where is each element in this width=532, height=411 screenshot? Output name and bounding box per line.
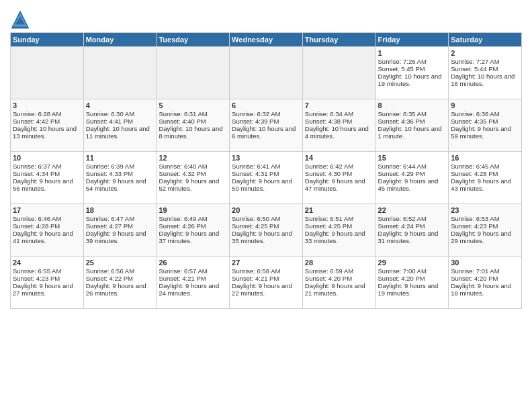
day-info: Sunrise: 6:49 AM: [159, 215, 227, 222]
day-info: Sunrise: 6:41 AM: [232, 163, 300, 170]
day-number: 5: [159, 101, 227, 109]
day-info: Daylight: 10 hours and 16 minutes.: [451, 73, 519, 87]
day-info: Daylight: 9 hours and 59 minutes.: [451, 125, 519, 140]
calendar-cell: 6Sunrise: 6:32 AMSunset: 4:39 PMDaylight…: [230, 99, 303, 152]
day-number: 9: [451, 101, 519, 109]
day-number: 25: [86, 259, 154, 267]
day-info: Daylight: 9 hours and 39 minutes.: [86, 230, 154, 244]
calendar-cell: 2Sunrise: 7:27 AMSunset: 5:44 PMDaylight…: [449, 47, 522, 99]
day-info: Sunrise: 6:36 AM: [451, 110, 519, 118]
day-info: Daylight: 10 hours and 6 minutes.: [232, 125, 300, 140]
day-info: Sunrise: 6:56 AM: [86, 267, 154, 275]
logo: [10, 9, 33, 30]
column-header-friday: Friday: [375, 33, 449, 47]
day-info: Sunset: 4:20 PM: [378, 275, 447, 282]
day-info: Daylight: 9 hours and 19 minutes.: [378, 282, 447, 297]
day-info: Sunrise: 6:31 AM: [159, 110, 227, 118]
calendar-cell: 3Sunrise: 6:28 AMSunset: 4:42 PMDaylight…: [11, 99, 84, 152]
day-info: Sunrise: 6:57 AM: [159, 267, 227, 275]
day-info: Sunrise: 7:01 AM: [451, 267, 519, 275]
calendar-cell: [83, 47, 157, 99]
day-info: Sunrise: 6:28 AM: [13, 110, 81, 118]
day-info: Sunset: 4:23 PM: [13, 275, 81, 282]
day-info: Sunset: 4:21 PM: [159, 275, 227, 282]
day-info: Sunset: 4:28 PM: [451, 170, 519, 177]
day-info: Sunset: 4:39 PM: [232, 118, 300, 125]
day-info: Daylight: 9 hours and 31 minutes.: [378, 230, 447, 244]
day-info: Sunrise: 6:34 AM: [305, 110, 373, 118]
day-info: Daylight: 10 hours and 13 minutes.: [13, 125, 81, 140]
calendar-cell: [230, 47, 303, 99]
day-info: Sunrise: 7:26 AM: [378, 58, 447, 65]
calendar-cell: [157, 47, 230, 99]
calendar-header: SundayMondayTuesdayWednesdayThursdayFrid…: [11, 33, 522, 47]
calendar-cell: 27Sunrise: 6:58 AMSunset: 4:21 PMDayligh…: [230, 257, 303, 309]
day-number: 15: [378, 154, 447, 162]
day-info: Sunset: 4:36 PM: [378, 118, 447, 125]
day-info: Sunset: 4:22 PM: [86, 275, 154, 282]
calendar-cell: [11, 47, 84, 99]
day-number: 18: [86, 206, 154, 214]
day-info: Daylight: 9 hours and 43 minutes.: [451, 177, 519, 192]
day-info: Sunrise: 6:44 AM: [378, 163, 447, 170]
day-info: Sunrise: 6:32 AM: [232, 110, 300, 118]
day-info: Daylight: 9 hours and 29 minutes.: [451, 230, 519, 244]
calendar-cell: 22Sunrise: 6:52 AMSunset: 4:24 PMDayligh…: [375, 204, 449, 257]
day-info: Sunrise: 6:51 AM: [305, 215, 373, 222]
day-info: Sunrise: 6:39 AM: [86, 163, 154, 170]
day-info: Sunset: 4:33 PM: [86, 170, 154, 177]
column-header-thursday: Thursday: [302, 33, 375, 47]
day-number: 20: [232, 206, 300, 214]
calendar-cell: 20Sunrise: 6:50 AMSunset: 4:25 PMDayligh…: [230, 204, 303, 257]
week-row-0: 1Sunrise: 7:26 AMSunset: 5:45 PMDaylight…: [11, 47, 522, 99]
column-header-monday: Monday: [83, 33, 157, 47]
day-info: Sunset: 4:31 PM: [232, 170, 300, 177]
calendar-cell: 24Sunrise: 6:55 AMSunset: 4:23 PMDayligh…: [11, 257, 84, 309]
day-number: 29: [378, 259, 447, 267]
day-info: Daylight: 9 hours and 56 minutes.: [13, 177, 81, 192]
day-info: Daylight: 10 hours and 11 minutes.: [86, 125, 154, 140]
day-info: Sunset: 4:38 PM: [305, 118, 373, 125]
day-info: Sunset: 4:42 PM: [13, 118, 81, 125]
day-info: Sunset: 4:41 PM: [86, 118, 154, 125]
week-row-2: 10Sunrise: 6:37 AMSunset: 4:34 PMDayligh…: [11, 152, 522, 204]
day-info: Sunrise: 6:55 AM: [13, 267, 81, 275]
calendar-cell: 26Sunrise: 6:57 AMSunset: 4:21 PMDayligh…: [157, 257, 230, 309]
day-info: Daylight: 9 hours and 18 minutes.: [451, 282, 519, 297]
day-info: Daylight: 9 hours and 41 minutes.: [13, 230, 81, 244]
day-info: Sunset: 4:24 PM: [378, 222, 447, 230]
logo-icon: [10, 9, 30, 30]
day-info: Daylight: 9 hours and 37 minutes.: [159, 230, 227, 244]
day-info: Sunset: 4:25 PM: [232, 222, 300, 230]
day-info: Sunset: 4:27 PM: [86, 222, 154, 230]
column-header-tuesday: Tuesday: [157, 33, 230, 47]
day-info: Sunrise: 6:50 AM: [232, 215, 300, 222]
calendar-cell: 4Sunrise: 6:30 AMSunset: 4:41 PMDaylight…: [83, 99, 157, 152]
day-info: Sunset: 4:25 PM: [305, 222, 373, 230]
calendar-cell: 9Sunrise: 6:36 AMSunset: 4:35 PMDaylight…: [449, 99, 522, 152]
week-row-3: 17Sunrise: 6:46 AMSunset: 4:28 PMDayligh…: [11, 204, 522, 257]
calendar-cell: 25Sunrise: 6:56 AMSunset: 4:22 PMDayligh…: [83, 257, 157, 309]
calendar-cell: 8Sunrise: 6:35 AMSunset: 4:36 PMDaylight…: [375, 99, 449, 152]
calendar-cell: 13Sunrise: 6:41 AMSunset: 4:31 PMDayligh…: [230, 152, 303, 204]
week-row-1: 3Sunrise: 6:28 AMSunset: 4:42 PMDaylight…: [11, 99, 522, 152]
day-info: Sunset: 4:23 PM: [451, 222, 519, 230]
day-number: 22: [378, 206, 447, 214]
day-number: 8: [378, 101, 447, 109]
day-info: Sunrise: 7:27 AM: [451, 58, 519, 65]
day-number: 14: [305, 154, 373, 162]
day-info: Sunset: 4:20 PM: [451, 275, 519, 282]
day-number: 7: [305, 101, 373, 109]
calendar-cell: 7Sunrise: 6:34 AMSunset: 4:38 PMDaylight…: [302, 99, 375, 152]
day-info: Sunset: 5:44 PM: [451, 65, 519, 73]
day-number: 13: [232, 154, 300, 162]
day-number: 24: [13, 259, 81, 267]
day-number: 17: [13, 206, 81, 214]
day-info: Daylight: 10 hours and 1 minute.: [378, 125, 447, 140]
day-number: 21: [305, 206, 373, 214]
day-info: Daylight: 10 hours and 19 minutes.: [378, 73, 447, 87]
day-info: Sunset: 4:34 PM: [13, 170, 81, 177]
day-info: Sunrise: 6:52 AM: [378, 215, 447, 222]
calendar-cell: 10Sunrise: 6:37 AMSunset: 4:34 PMDayligh…: [11, 152, 84, 204]
day-info: Daylight: 9 hours and 47 minutes.: [305, 177, 373, 192]
